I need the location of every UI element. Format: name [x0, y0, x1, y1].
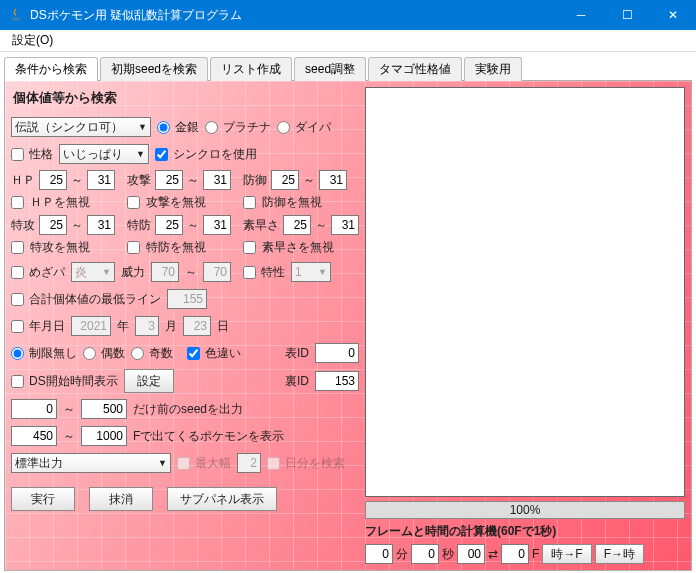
chevron-down-icon: ▼: [314, 267, 327, 277]
iv-spd-ignore[interactable]: 特防を無視: [127, 239, 233, 256]
ft-csec[interactable]: [457, 544, 485, 564]
iv-spd-label: 特防: [127, 217, 151, 234]
ds-start-check[interactable]: DS開始時間表示: [11, 373, 118, 390]
iv-def-label: 防御: [243, 172, 267, 189]
menubar: 設定(O): [0, 30, 696, 52]
max-width-value: [237, 453, 261, 473]
iv-spd-hi[interactable]: [203, 215, 231, 235]
nature-value: いじっぱり: [63, 146, 123, 163]
game-pt-radio[interactable]: プラチナ: [205, 119, 271, 136]
iv-spe-lo[interactable]: [283, 215, 311, 235]
iv-spd-lo[interactable]: [155, 215, 183, 235]
tab-egg-nature[interactable]: タマゴ性格値: [368, 57, 462, 81]
ft-sec[interactable]: [411, 544, 439, 564]
back-id-label: 裏ID: [285, 373, 309, 390]
ability-select[interactable]: 1▼: [291, 262, 331, 282]
date-year[interactable]: [71, 316, 111, 336]
frame-to-time-button[interactable]: F→時: [595, 544, 644, 564]
swap-icon: ⇄: [488, 547, 498, 561]
iv-atk-ignore[interactable]: 攻撃を無視: [127, 194, 233, 211]
iv-atk-lo[interactable]: [155, 170, 183, 190]
left-pane: 個体値等から検索 伝説（シンクロ可）▼ 金銀 プラチナ ダイパ 性格 いじっぱり…: [11, 87, 359, 564]
iv-hp-label: ＨＰ: [11, 172, 35, 189]
iv-hp-hi[interactable]: [87, 170, 115, 190]
close-button[interactable]: ✕: [650, 0, 696, 30]
tabstrip: 条件から検索 初期seedを検索 リスト作成 seed調整 タマゴ性格値 実験用: [0, 52, 696, 80]
date-day[interactable]: [183, 316, 211, 336]
encounter-type-select[interactable]: 伝説（シンクロ可）▼: [11, 117, 151, 137]
right-pane: 100% フレームと時間の計算機(60Fで1秒) 分 秒 ⇄ F 時→F F→時: [365, 87, 685, 564]
clear-button[interactable]: 抹消: [89, 487, 153, 511]
date-check[interactable]: 年月日: [11, 318, 65, 335]
menu-settings[interactable]: 設定(O): [6, 30, 59, 51]
seed-range-suffix: だけ前のseedを出力: [133, 401, 243, 418]
game-gs-radio[interactable]: 金銀: [157, 119, 199, 136]
hidden-power-type[interactable]: 炎▼: [71, 262, 115, 282]
frame-range-hi[interactable]: [81, 426, 127, 446]
seed-range-lo[interactable]: [11, 399, 57, 419]
minimize-button[interactable]: ─: [558, 0, 604, 30]
total-iv-check[interactable]: 合計個体値の最低ライン: [11, 291, 161, 308]
chevron-down-icon: ▼: [154, 458, 167, 468]
hidden-power-lo[interactable]: [151, 262, 179, 282]
iv-hp-lo[interactable]: [39, 170, 67, 190]
limit-none-radio[interactable]: 制限無し: [11, 345, 77, 362]
tab-panel: 個体値等から検索 伝説（シンクロ可）▼ 金銀 プラチナ ダイパ 性格 いじっぱり…: [4, 80, 692, 571]
iv-spe-hi[interactable]: [331, 215, 359, 235]
tab-search-initial-seed[interactable]: 初期seedを検索: [100, 57, 208, 81]
front-id-input[interactable]: [315, 343, 359, 363]
maximize-button[interactable]: ☐: [604, 0, 650, 30]
output-textarea[interactable]: [365, 87, 685, 497]
back-id-input[interactable]: [315, 371, 359, 391]
ds-start-settings-button[interactable]: 設定: [124, 369, 174, 393]
tab-experimental[interactable]: 実験用: [464, 57, 522, 81]
output-mode-select[interactable]: 標準出力▼: [11, 453, 171, 473]
tab-list[interactable]: リスト作成: [210, 57, 292, 81]
limit-even-radio[interactable]: 偶数: [83, 345, 125, 362]
iv-spe-ignore[interactable]: 素早さを無視: [243, 239, 359, 256]
run-button[interactable]: 実行: [11, 487, 75, 511]
time-to-frame-button[interactable]: 時→F: [542, 544, 591, 564]
seed-range-hi[interactable]: [81, 399, 127, 419]
chevron-down-icon: ▼: [132, 149, 145, 159]
java-icon: [8, 7, 24, 23]
frame-range-lo[interactable]: [11, 426, 57, 446]
max-width-suffix-check[interactable]: 日分を検索: [267, 455, 345, 472]
ft-frames[interactable]: [501, 544, 529, 564]
ft-min[interactable]: [365, 544, 393, 564]
tab-seed-adjust[interactable]: seed調整: [294, 57, 366, 81]
shiny-check[interactable]: 色違い: [187, 345, 241, 362]
iv-spa-lo[interactable]: [39, 215, 67, 235]
frame-range-suffix: Fで出てくるポケモンを表示: [133, 428, 284, 445]
section-heading: 個体値等から検索: [13, 89, 359, 107]
front-id-label: 表ID: [285, 345, 309, 362]
total-iv-value[interactable]: [167, 289, 207, 309]
hidden-power-hi[interactable]: [203, 262, 231, 282]
iv-def-lo[interactable]: [271, 170, 299, 190]
game-dp-radio[interactable]: ダイパ: [277, 119, 331, 136]
hidden-power-power-label: 威力: [121, 264, 145, 281]
max-width-check[interactable]: 最大幅: [177, 455, 231, 472]
iv-spa-label: 特攻: [11, 217, 35, 234]
iv-hp-ignore[interactable]: ＨＰを無視: [11, 194, 117, 211]
limit-odd-radio[interactable]: 奇数: [131, 345, 173, 362]
ability-check[interactable]: 特性: [243, 264, 285, 281]
iv-atk-hi[interactable]: [203, 170, 231, 190]
nature-select[interactable]: いじっぱり▼: [59, 144, 149, 164]
sync-check[interactable]: シンクロを使用: [155, 146, 257, 163]
window-title: DSポケモン用 疑似乱数計算プログラム: [30, 0, 558, 30]
chevron-down-icon: ▼: [134, 122, 147, 132]
iv-atk-label: 攻撃: [127, 172, 151, 189]
nature-check[interactable]: 性格: [11, 146, 53, 163]
frametime-title: フレームと時間の計算機(60Fで1秒): [365, 523, 685, 540]
iv-spa-ignore[interactable]: 特攻を無視: [11, 239, 117, 256]
subpanel-button[interactable]: サブパネル表示: [167, 487, 277, 511]
encounter-type-value: 伝説（シンクロ可）: [15, 119, 123, 136]
tab-search-by-condition[interactable]: 条件から検索: [4, 57, 98, 81]
iv-def-hi[interactable]: [319, 170, 347, 190]
iv-spa-hi[interactable]: [87, 215, 115, 235]
titlebar: DSポケモン用 疑似乱数計算プログラム ─ ☐ ✕: [0, 0, 696, 30]
hidden-power-check[interactable]: めざパ: [11, 264, 65, 281]
iv-def-ignore[interactable]: 防御を無視: [243, 194, 359, 211]
date-month[interactable]: [135, 316, 159, 336]
